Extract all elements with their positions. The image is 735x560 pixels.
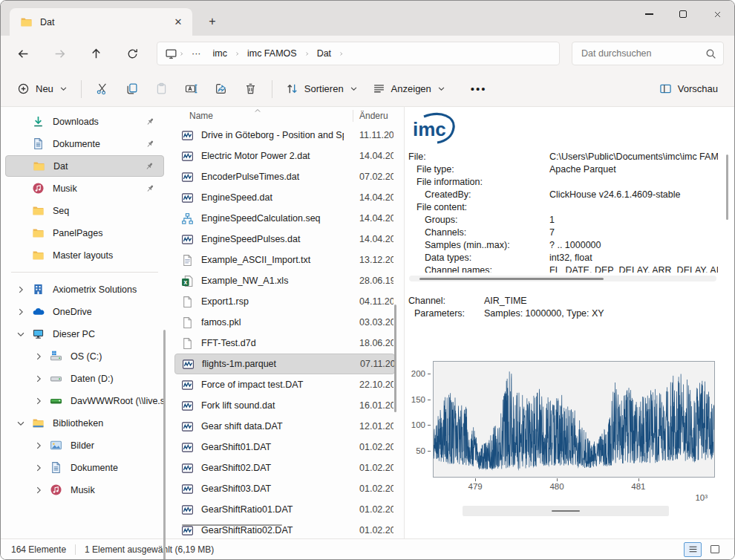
file-name: Force of impact test.DAT <box>201 380 344 390</box>
sidebar-item-davwwwroot-live-sysi[interactable]: DavWWWRoot (\\live.sysi <box>5 390 164 411</box>
file-row[interactable]: Example_ASCII_Import.txt13.12.20 <box>174 250 395 270</box>
sidebar-scrollbar[interactable] <box>163 330 166 560</box>
file-row[interactable]: Drive in Göteborg - Position and Spe...1… <box>174 125 395 146</box>
sidebar-item-dokumente[interactable]: Dokumente <box>5 133 164 154</box>
chevron-right-icon[interactable] <box>33 485 44 495</box>
file-row[interactable]: EncoderPulseTimes.dat07.02.20 <box>174 166 395 187</box>
file-row[interactable]: Electric Motor Power 2.dat14.04.20 <box>174 146 395 166</box>
chart-pan-scrollbar[interactable] <box>463 506 669 516</box>
sidebar-item-dokumente[interactable]: Dokumente <box>5 457 164 478</box>
scrollbar-thumb[interactable] <box>552 510 580 512</box>
file-row[interactable]: EngineSpeed.dat14.04.20 <box>174 187 395 208</box>
sidebar-item-os-c-[interactable]: OS (C:) <box>5 345 164 367</box>
chevron-down-icon[interactable] <box>16 418 26 429</box>
column-header-name[interactable]: Name <box>189 111 213 121</box>
search-input[interactable] <box>581 48 705 59</box>
maximize-button[interactable] <box>666 1 700 27</box>
sidebar-item-onedrive[interactable]: OneDrive <box>5 301 164 322</box>
paste-button[interactable] <box>147 76 177 102</box>
chevron-right-icon[interactable] <box>33 374 44 384</box>
file-row[interactable]: GearShiftRatio01.DAT01.02.20 <box>174 499 395 520</box>
sidebar-item-master-layouts[interactable]: Master layouts <box>5 244 164 266</box>
sidebar-item-bibliotheken[interactable]: Bibliotheken <box>5 412 164 434</box>
rename-button[interactable] <box>177 76 206 102</box>
breadcrumb-separator-icon[interactable] <box>303 50 311 58</box>
file-row[interactable]: Force of impact test.DAT22.10.20 <box>174 374 395 395</box>
paste-icon <box>155 82 168 95</box>
file-list-horizontal-scrollbar[interactable] <box>176 523 384 527</box>
chevron-right-icon[interactable] <box>16 307 26 317</box>
file-row[interactable]: GearShift03.DAT01.02.20 <box>174 478 395 499</box>
file-row[interactable]: GearShift01.DAT01.02.20 <box>174 437 395 458</box>
details-view-button[interactable] <box>684 542 702 557</box>
sidebar-item-dieser-pc[interactable]: Dieser PC <box>5 323 164 345</box>
file-row[interactable]: Export1.rsp04.11.20 <box>174 291 395 312</box>
back-button[interactable] <box>11 42 35 65</box>
chevron-right-icon[interactable] <box>16 284 26 295</box>
sidebar-item-dat[interactable]: Dat <box>5 155 164 177</box>
more-button[interactable]: ••• <box>453 76 505 102</box>
file-row[interactable]: EngineSpeedPulses.dat14.04.20 <box>174 229 395 250</box>
chevron-right-icon[interactable] <box>33 440 44 451</box>
sidebar-item-seq[interactable]: Seq <box>5 200 164 221</box>
file-row[interactable]: GearShift02.DAT01.02.20 <box>174 458 395 478</box>
this-pc-icon[interactable] <box>165 48 177 60</box>
info-horizontal-scrollbar[interactable] <box>409 276 716 281</box>
cut-button[interactable] <box>88 76 117 102</box>
sort-button[interactable]: Sortieren <box>278 76 365 102</box>
file-row[interactable]: Gear shift data.DAT12.01.20 <box>174 416 395 437</box>
search-box[interactable] <box>572 42 724 65</box>
breadcrumb-separator-icon[interactable] <box>233 50 241 58</box>
file-row[interactable]: Fork lift sound.dat16.01.20 <box>174 395 395 416</box>
copy-icon <box>125 82 138 95</box>
sidebar-item-axiometrix-solutions[interactable]: Axiometrix Solutions <box>5 279 164 300</box>
copy-button[interactable] <box>117 76 147 102</box>
column-header-modified[interactable]: Änderu <box>359 111 388 121</box>
breadcrumb-item[interactable]: ··· <box>186 48 207 59</box>
file-row[interactable]: FFT-Test.d7d18.06.20 <box>174 333 395 354</box>
chevron-down-icon[interactable] <box>16 329 26 339</box>
minimize-button[interactable] <box>632 1 666 27</box>
breadcrumb-separator-icon[interactable] <box>177 50 186 58</box>
chevron-right-icon[interactable] <box>33 396 44 406</box>
forward-button[interactable] <box>48 42 71 65</box>
tab-dat[interactable]: Dat ✕ <box>10 8 192 36</box>
new-button[interactable]: Neu <box>10 76 75 102</box>
share-button[interactable] <box>206 76 236 102</box>
file-row[interactable]: flights-1m.parquet07.11.20 <box>174 354 395 374</box>
preview-vertical-scrollbar[interactable] <box>726 154 728 220</box>
column-divider[interactable] <box>353 110 353 122</box>
refresh-button[interactable] <box>120 42 144 65</box>
breadcrumb-separator-icon[interactable] <box>337 50 345 58</box>
breadcrumb-item[interactable]: imc <box>207 48 233 59</box>
close-button[interactable] <box>700 1 734 27</box>
info-value: 1 <box>549 215 718 227</box>
info-value: ClickHouse v24.6.1.4609-stable <box>549 189 718 202</box>
file-modified-date: 01.02.20 <box>359 525 393 535</box>
view-button[interactable]: Anzeigen <box>365 76 453 102</box>
sidebar-item-downloads[interactable]: Downloads <box>5 111 164 132</box>
new-tab-button[interactable]: + <box>203 12 222 31</box>
file-row[interactable]: xExample_NW_A1.xls28.06.19 <box>174 270 395 291</box>
preview-toggle-button[interactable]: Vorschau <box>652 76 725 102</box>
file-row[interactable]: EngineSpeedCalculation.seq14.04.20 <box>174 208 395 229</box>
thumbnail-view-button[interactable] <box>706 542 724 557</box>
tab-close-button[interactable]: ✕ <box>170 14 186 30</box>
scrollbar-thumb[interactable] <box>419 278 604 280</box>
breadcrumb-item[interactable]: imc FAMOS <box>241 48 303 59</box>
scrollbar-thumb[interactable] <box>182 524 282 526</box>
breadcrumb[interactable]: ···imcimc FAMOSDat <box>157 42 560 65</box>
sidebar-item-daten-d-[interactable]: Daten (D:) <box>5 368 164 389</box>
delete-button[interactable] <box>236 76 266 102</box>
up-button[interactable] <box>84 42 108 65</box>
sidebar-item-musik[interactable]: Musik <box>5 178 164 199</box>
sidebar-item-panelpages[interactable]: PanelPages <box>5 222 164 244</box>
sidebar-item-musik[interactable]: Musik <box>5 479 164 501</box>
info-value <box>549 177 718 189</box>
chevron-right-icon[interactable] <box>33 351 44 362</box>
chevron-right-icon[interactable] <box>33 463 44 473</box>
file-list-vertical-scrollbar[interactable] <box>394 305 396 412</box>
breadcrumb-item[interactable]: Dat <box>311 48 337 59</box>
file-row[interactable]: famos.pkl03.03.20 <box>174 312 395 333</box>
sidebar-item-bilder[interactable]: Bilder <box>5 434 164 456</box>
